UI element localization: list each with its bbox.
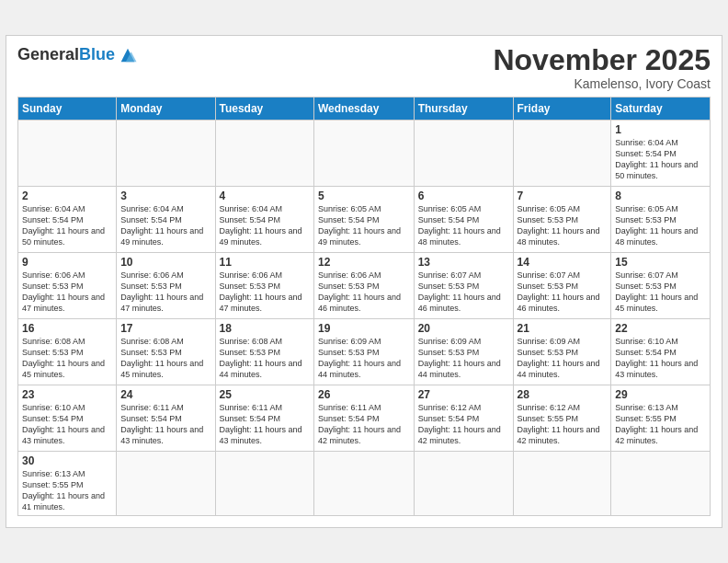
logo-icon bbox=[118, 45, 138, 65]
day-25: 25 Sunrise: 6:11 AM Sunset: 5:54 PM Dayl… bbox=[215, 385, 313, 451]
empty-cell bbox=[215, 120, 313, 186]
day-number: 19 bbox=[318, 322, 410, 335]
day-info: Sunrise: 6:07 AM Sunset: 5:53 PM Dayligh… bbox=[615, 270, 706, 315]
day-7: 7 Sunrise: 6:05 AM Sunset: 5:53 PM Dayli… bbox=[513, 186, 611, 252]
day-number: 10 bbox=[120, 256, 210, 269]
table-row: 23 Sunrise: 6:10 AM Sunset: 5:54 PM Dayl… bbox=[18, 385, 711, 451]
day-info: Sunrise: 6:04 AM Sunset: 5:54 PM Dayligh… bbox=[22, 203, 112, 248]
day-info: Sunrise: 6:04 AM Sunset: 5:54 PM Dayligh… bbox=[220, 203, 310, 248]
day-20: 20 Sunrise: 6:09 AM Sunset: 5:53 PM Dayl… bbox=[414, 318, 513, 385]
day-number: 15 bbox=[615, 256, 706, 269]
day-number: 7 bbox=[518, 190, 608, 202]
day-4: 4 Sunrise: 6:04 AM Sunset: 5:54 PM Dayli… bbox=[215, 186, 313, 252]
table-row: 16 Sunrise: 6:08 AM Sunset: 5:53 PM Dayl… bbox=[18, 318, 711, 385]
day-info: Sunrise: 6:04 AM Sunset: 5:54 PM Dayligh… bbox=[120, 203, 210, 248]
day-8: 8 Sunrise: 6:05 AM Sunset: 5:53 PM Dayli… bbox=[611, 186, 711, 252]
table-row: 30 Sunrise: 6:13 AM Sunset: 5:55 PM Dayl… bbox=[18, 451, 711, 516]
header-friday: Friday bbox=[513, 97, 611, 120]
day-info: Sunrise: 6:11 AM Sunset: 5:54 PM Dayligh… bbox=[220, 402, 310, 447]
day-5: 5 Sunrise: 6:05 AM Sunset: 5:54 PM Dayli… bbox=[313, 186, 414, 252]
day-number: 25 bbox=[220, 388, 310, 401]
day-3: 3 Sunrise: 6:04 AM Sunset: 5:54 PM Dayli… bbox=[117, 186, 215, 252]
day-number: 9 bbox=[22, 256, 112, 269]
logo-blue: Blue bbox=[79, 45, 115, 64]
day-info: Sunrise: 6:05 AM Sunset: 5:54 PM Dayligh… bbox=[318, 203, 410, 248]
header-monday: Monday bbox=[117, 97, 215, 120]
day-number: 14 bbox=[518, 256, 608, 269]
day-number: 8 bbox=[615, 190, 706, 202]
day-info: Sunrise: 6:13 AM Sunset: 5:55 PM Dayligh… bbox=[615, 402, 706, 447]
header-thursday: Thursday bbox=[414, 97, 513, 120]
day-number: 22 bbox=[615, 322, 706, 335]
day-number: 16 bbox=[22, 322, 112, 335]
day-23: 23 Sunrise: 6:10 AM Sunset: 5:54 PM Dayl… bbox=[18, 385, 117, 451]
day-number: 18 bbox=[220, 322, 310, 335]
calendar-table: Sunday Monday Tuesday Wednesday Thursday… bbox=[17, 97, 711, 517]
day-number: 5 bbox=[318, 190, 410, 202]
day-info: Sunrise: 6:08 AM Sunset: 5:53 PM Dayligh… bbox=[120, 336, 210, 381]
day-number: 29 bbox=[615, 388, 706, 401]
day-number: 3 bbox=[120, 190, 210, 202]
empty-cell bbox=[414, 120, 513, 186]
day-6: 6 Sunrise: 6:05 AM Sunset: 5:54 PM Dayli… bbox=[414, 186, 513, 252]
table-row: 2 Sunrise: 6:04 AM Sunset: 5:54 PM Dayli… bbox=[18, 186, 711, 252]
day-14: 14 Sunrise: 6:07 AM Sunset: 5:53 PM Dayl… bbox=[513, 252, 611, 318]
calendar-container: General Blue November 2025 Kamelenso, Iv… bbox=[6, 35, 722, 529]
empty-cell bbox=[313, 120, 414, 186]
empty-cell bbox=[513, 120, 611, 186]
day-info: Sunrise: 6:13 AM Sunset: 5:55 PM Dayligh… bbox=[22, 468, 112, 513]
header-tuesday: Tuesday bbox=[215, 97, 313, 120]
day-9: 9 Sunrise: 6:06 AM Sunset: 5:53 PM Dayli… bbox=[18, 252, 117, 318]
logo-general: General bbox=[17, 45, 79, 64]
day-number: 30 bbox=[22, 454, 112, 467]
day-number: 26 bbox=[318, 388, 410, 401]
logo: General Blue bbox=[17, 45, 138, 65]
day-29: 29 Sunrise: 6:13 AM Sunset: 5:55 PM Dayl… bbox=[611, 385, 711, 451]
day-info: Sunrise: 6:11 AM Sunset: 5:54 PM Dayligh… bbox=[318, 402, 410, 447]
table-row: 9 Sunrise: 6:06 AM Sunset: 5:53 PM Dayli… bbox=[18, 252, 711, 318]
day-2: 2 Sunrise: 6:04 AM Sunset: 5:54 PM Dayli… bbox=[18, 186, 117, 252]
empty-cell bbox=[313, 451, 414, 516]
day-28: 28 Sunrise: 6:12 AM Sunset: 5:55 PM Dayl… bbox=[513, 385, 611, 451]
day-26: 26 Sunrise: 6:11 AM Sunset: 5:54 PM Dayl… bbox=[313, 385, 414, 451]
day-18: 18 Sunrise: 6:08 AM Sunset: 5:53 PM Dayl… bbox=[215, 318, 313, 385]
day-info: Sunrise: 6:06 AM Sunset: 5:53 PM Dayligh… bbox=[318, 270, 410, 315]
day-info: Sunrise: 6:12 AM Sunset: 5:54 PM Dayligh… bbox=[418, 402, 509, 447]
day-number: 1 bbox=[615, 123, 706, 136]
header-wednesday: Wednesday bbox=[313, 97, 414, 120]
empty-cell bbox=[414, 451, 513, 516]
day-number: 2 bbox=[22, 190, 112, 202]
day-number: 6 bbox=[418, 190, 509, 202]
day-info: Sunrise: 6:10 AM Sunset: 5:54 PM Dayligh… bbox=[615, 336, 706, 381]
day-1: 1 Sunrise: 6:04 AM Sunset: 5:54 PM Dayli… bbox=[611, 120, 711, 186]
day-info: Sunrise: 6:09 AM Sunset: 5:53 PM Dayligh… bbox=[318, 336, 410, 381]
day-number: 23 bbox=[22, 388, 112, 401]
day-info: Sunrise: 6:06 AM Sunset: 5:53 PM Dayligh… bbox=[220, 270, 310, 315]
day-info: Sunrise: 6:05 AM Sunset: 5:54 PM Dayligh… bbox=[418, 203, 509, 248]
month-title: November 2025 bbox=[493, 45, 711, 75]
day-info: Sunrise: 6:09 AM Sunset: 5:53 PM Dayligh… bbox=[518, 336, 608, 381]
day-info: Sunrise: 6:10 AM Sunset: 5:54 PM Dayligh… bbox=[22, 402, 112, 447]
day-number: 24 bbox=[120, 388, 210, 401]
day-info: Sunrise: 6:05 AM Sunset: 5:53 PM Dayligh… bbox=[518, 203, 608, 248]
day-info: Sunrise: 6:09 AM Sunset: 5:53 PM Dayligh… bbox=[418, 336, 509, 381]
day-number: 20 bbox=[418, 322, 509, 335]
weekday-header-row: Sunday Monday Tuesday Wednesday Thursday… bbox=[18, 97, 711, 120]
calendar-header: General Blue November 2025 Kamelenso, Iv… bbox=[17, 45, 711, 91]
logo-text: General Blue bbox=[17, 45, 138, 65]
day-info: Sunrise: 6:08 AM Sunset: 5:53 PM Dayligh… bbox=[220, 336, 310, 381]
day-11: 11 Sunrise: 6:06 AM Sunset: 5:53 PM Dayl… bbox=[215, 252, 313, 318]
table-row: 1 Sunrise: 6:04 AM Sunset: 5:54 PM Dayli… bbox=[18, 120, 711, 186]
day-number: 21 bbox=[518, 322, 608, 335]
day-info: Sunrise: 6:08 AM Sunset: 5:53 PM Dayligh… bbox=[22, 336, 112, 381]
day-15: 15 Sunrise: 6:07 AM Sunset: 5:53 PM Dayl… bbox=[611, 252, 711, 318]
day-19: 19 Sunrise: 6:09 AM Sunset: 5:53 PM Dayl… bbox=[313, 318, 414, 385]
empty-cell bbox=[117, 120, 215, 186]
day-number: 28 bbox=[518, 388, 608, 401]
day-27: 27 Sunrise: 6:12 AM Sunset: 5:54 PM Dayl… bbox=[414, 385, 513, 451]
location: Kamelenso, Ivory Coast bbox=[493, 76, 711, 91]
day-21: 21 Sunrise: 6:09 AM Sunset: 5:53 PM Dayl… bbox=[513, 318, 611, 385]
day-info: Sunrise: 6:12 AM Sunset: 5:55 PM Dayligh… bbox=[518, 402, 608, 447]
day-info: Sunrise: 6:07 AM Sunset: 5:53 PM Dayligh… bbox=[418, 270, 509, 315]
day-info: Sunrise: 6:11 AM Sunset: 5:54 PM Dayligh… bbox=[120, 402, 210, 447]
